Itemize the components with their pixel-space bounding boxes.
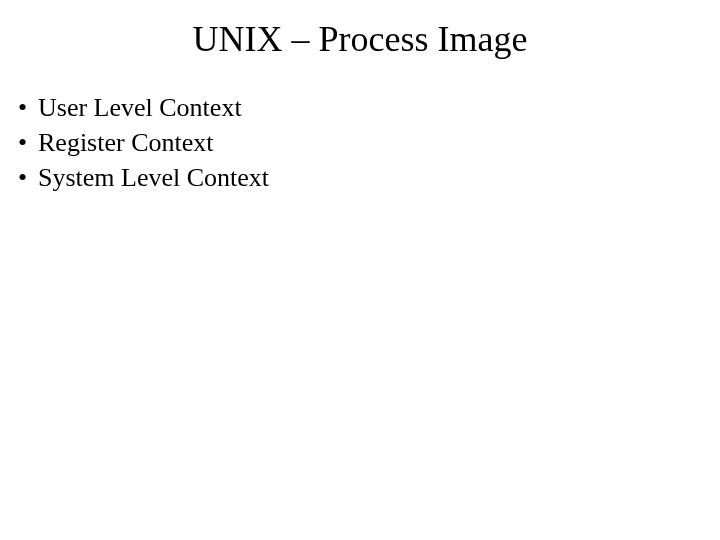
bullet-icon: • (18, 160, 38, 195)
bullet-list: • User Level Context • Register Context … (0, 90, 720, 195)
bullet-text: System Level Context (38, 160, 269, 195)
list-item: • System Level Context (18, 160, 720, 195)
list-item: • User Level Context (18, 90, 720, 125)
list-item: • Register Context (18, 125, 720, 160)
bullet-icon: • (18, 125, 38, 160)
bullet-text: User Level Context (38, 90, 242, 125)
slide-title: UNIX – Process Image (0, 18, 720, 60)
bullet-icon: • (18, 90, 38, 125)
bullet-text: Register Context (38, 125, 213, 160)
